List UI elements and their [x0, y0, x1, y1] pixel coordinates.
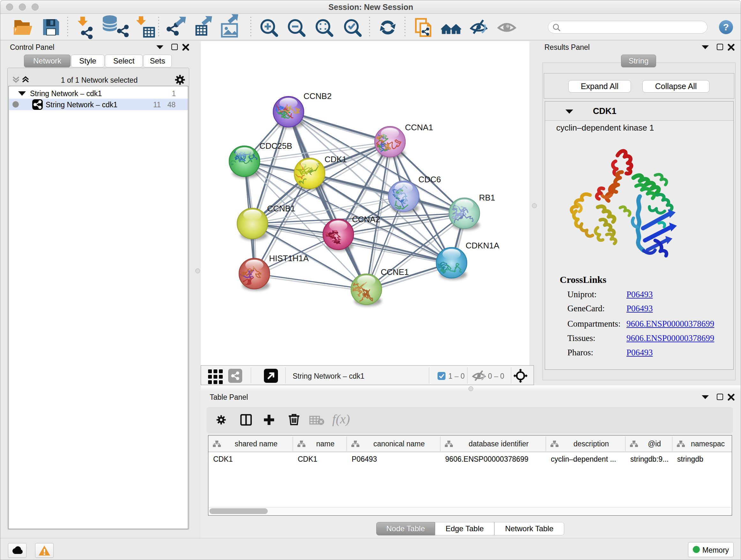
svg-text:CDKN1A: CDKN1A: [466, 241, 499, 250]
svg-text:CCNA1: CCNA1: [405, 123, 433, 132]
svg-text:CDC25B: CDC25B: [259, 141, 292, 151]
svg-text:CCNB1: CCNB1: [267, 204, 295, 213]
svg-text:RB1: RB1: [479, 193, 495, 202]
svg-text:CCNA2: CCNA2: [352, 214, 380, 224]
svg-text:CCNB2: CCNB2: [304, 91, 332, 101]
svg-text:CDC6: CDC6: [418, 175, 441, 184]
svg-text:CDK1: CDK1: [325, 154, 347, 164]
svg-text:HIST1H1A: HIST1H1A: [269, 253, 309, 263]
svg-text:CCNE1: CCNE1: [381, 267, 409, 277]
